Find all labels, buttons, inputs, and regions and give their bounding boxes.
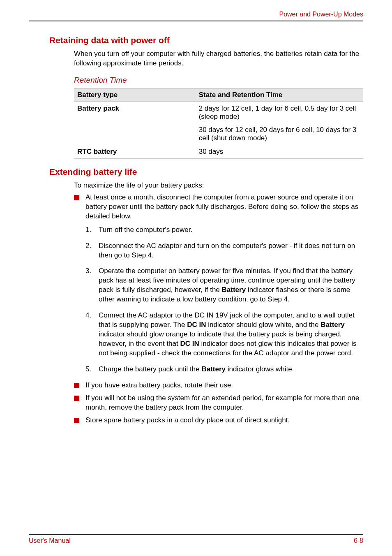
table-cell: 2 days for 12 cell, 1 day for 6 cell, 0.…: [196, 102, 363, 123]
section1-subheading: Retention Time: [74, 76, 363, 85]
list-item: Charge the battery pack until the Batter…: [85, 365, 363, 374]
step-4-b3: DC IN: [180, 340, 199, 348]
bullet-4-text: Store spare battery packs in a cool dry …: [85, 416, 290, 424]
section2-heading: Extending battery life: [49, 167, 363, 177]
table-rtc-label: RTC battery: [77, 148, 117, 155]
step-2-text: Disconnect the AC adaptor and turn on th…: [99, 242, 355, 259]
list-item: Disconnect the AC adaptor and turn on th…: [85, 241, 363, 260]
list-item: If you will not be using the system for …: [74, 394, 363, 412]
list-item: At least once a month, disconnect the co…: [74, 193, 363, 374]
header-section-title: Power and Power-Up Modes: [279, 11, 363, 18]
footer: User's Manual 6-8: [29, 534, 363, 544]
bullet-3-text: If you will not be using the system for …: [85, 394, 359, 411]
table-battery-pack-label: Battery pack: [77, 104, 119, 112]
table-cell: 30 days: [196, 145, 363, 158]
table-cell: RTC battery: [74, 145, 196, 158]
step-3-bold: Battery: [222, 286, 246, 294]
header-rule: [29, 21, 363, 21]
list-item: Operate the computer on battery power fo…: [85, 266, 363, 304]
retention-table: Battery type State and Retention Time Ba…: [74, 88, 363, 159]
step-5-bold: Battery: [201, 365, 226, 373]
step-4-mid1: indicator should glow white, and the: [206, 321, 321, 329]
step-5-pre: Charge the battery pack until the: [99, 365, 201, 373]
step-1-text: Turn off the computer's power.: [99, 226, 192, 234]
step-4-b2: Battery: [321, 321, 345, 329]
section1-heading: Retaining data with power off: [49, 35, 363, 45]
step-5-post: indicator glows white.: [226, 365, 294, 373]
footer-left: User's Manual: [29, 537, 71, 544]
table-header-battery-type: Battery type: [74, 88, 196, 102]
table-cell: Battery pack: [74, 102, 196, 123]
table-header-retention: State and Retention Time: [196, 88, 363, 102]
list-item: If you have extra battery packs, rotate …: [74, 381, 363, 390]
bullet-1-text: At least once a month, disconnect the co…: [85, 193, 358, 220]
list-item: Connect the AC adaptor to the DC IN 19V …: [85, 311, 363, 358]
table-cell: 30 days for 12 cell, 20 days for 6 cell,…: [196, 123, 363, 145]
list-item: Store spare battery packs in a cool dry …: [74, 416, 363, 425]
section2-intro: To maximize the life of your battery pac…: [74, 181, 363, 190]
step-4-b1: DC IN: [187, 321, 206, 329]
footer-right: 6-8: [354, 537, 363, 544]
table-cell: [74, 123, 196, 145]
list-item: Turn off the computer's power.: [85, 225, 363, 235]
section1-intro: When you turn off your computer with ful…: [74, 49, 363, 68]
bullet-2-text: If you have extra battery packs, rotate …: [85, 381, 233, 389]
